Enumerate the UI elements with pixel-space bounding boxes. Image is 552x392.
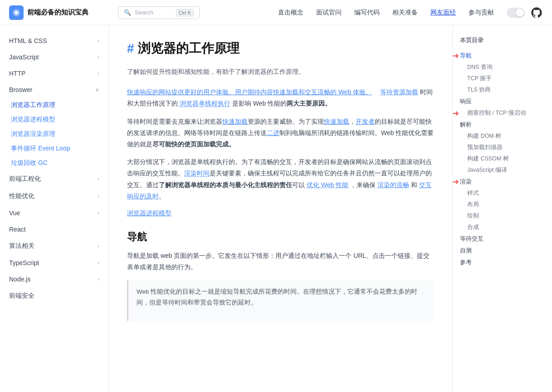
dev-link[interactable]: 开发者 [356,118,375,125]
toc-item-wait-interact[interactable]: 等待交互 [460,233,545,245]
nav-mianshiguanwen[interactable]: 面试官问 [316,9,342,17]
sidebar-sub-gc[interactable]: 垃圾回收 GC [0,156,108,170]
github-icon[interactable] [530,6,543,19]
chevron-right-icon: › [98,276,99,282]
toc-item-preload[interactable]: 预加载扫描器 [460,142,545,153]
nav-cangyu[interactable]: 参与贡献 [469,9,494,17]
blockquote: Web 性能优化的目标之一就是缩短导航完成所花费的时间。在理想情况下，它通常不会… [127,280,434,320]
sidebar-label: 前端安全 [9,292,34,300]
sidebar-label: Node.js [9,276,30,283]
toc-label: 响应 [460,97,472,106]
arrow-icon-2: ➜ [452,108,459,118]
toc-label: 解析 [460,121,472,129]
search-icon: 🔍 [124,9,131,16]
search-label: Search [135,9,172,16]
chevron-right-icon: › [98,38,99,44]
sidebar-label: Vue [9,209,20,217]
toc-item-self-test[interactable]: 自测 [460,245,545,256]
page-title: # 浏览器的工作原理 [127,40,434,57]
toc-label: TLS 协商 [467,86,491,94]
header-icons [507,6,543,19]
browser-process-link[interactable]: 浏览器进程模型 [127,209,434,218]
toc-item-render[interactable]: ➜ 渲染 [460,176,545,188]
sidebar-label: JavaScript [9,53,39,61]
paragraph-3: 大部分情况下，浏览器是单线程执行的。为了有流畅的交互，开发者的目标是确保网站从流… [127,156,434,202]
chevron-right-icon: › [98,243,99,249]
toc-item-navigation[interactable]: ➜ 导航 [460,50,545,62]
chevron-right-icon: › [98,210,99,216]
single-thread-link[interactable]: 浏览器单线程执行 [180,100,230,107]
binary-link[interactable]: 二进 [267,129,279,136]
sidebar-sub-browser-process[interactable]: 浏览器进程模型 [0,112,108,127]
render-time-link[interactable]: 渲染时间 [184,169,210,177]
content-area: # 浏览器的工作原理 了解如何提升性能和感知性能，有助于了解浏览器的工作原理。 … [127,40,434,321]
toc-item-tls[interactable]: TLS 协商 [460,84,545,96]
theme-toggle[interactable] [507,8,525,18]
para1-bold: 两大主要原因。 [287,100,331,107]
sidebar-sub-event-loop[interactable]: 事件循环 Event Loop [0,141,108,156]
toc-item-style[interactable]: 样式 [460,188,545,199]
nav-xiangguan[interactable]: 相关准备 [392,9,418,17]
toc-label: 参考 [460,258,472,266]
toc-label: JavaScript 编译 [467,166,507,174]
toc-item-composite[interactable]: 合成 [460,222,545,233]
smooth-render-link[interactable]: 渲染的流畅 [377,181,409,189]
wait-resource-link[interactable]: 等待资源加载 [380,88,418,96]
sidebar-label: 前端工程化 [9,175,41,183]
toc-item-draw[interactable]: 绘制 [460,210,545,222]
sidebar-item-algorithm[interactable]: 算法相关 › [0,237,108,255]
toc-sidebar: 本页目录 ➜ 导航 DNS 查询 TCP 握手 TLS 协商 响应 ➜ 拥塞控制… [452,25,552,392]
toc-item-cssom[interactable]: 构建 CSSOM 树 [460,153,545,165]
search-bar[interactable]: 🔍 Search Ctrl K [118,6,200,19]
sidebar-item-vue[interactable]: Vue › [0,205,108,221]
chevron-down-icon: ∨ [95,87,99,93]
sidebar-item-performance[interactable]: 性能优化 › [0,188,108,205]
toc-item-congestion[interactable]: ➜ 拥塞控制 / TCP 慢启动 [460,107,545,119]
sidebar-item-html-css[interactable]: HTML & CSS › [0,33,108,49]
chevron-right-icon: › [98,54,99,60]
toc-item-parse[interactable]: 解析 [460,119,545,131]
main-nav: 直击概念 面试官问 编写代码 相关准备 网友面经 参与贡献 [278,9,494,17]
chevron-right-icon: › [98,260,99,266]
sidebar-item-nodejs[interactable]: Node.js › [0,271,108,287]
toc-label: 绘制 [467,212,479,220]
sidebar-item-broswer[interactable]: Broswer ∨ [0,82,108,98]
section2-intro: 导航是加载 web 页面的第一步。它发生在以下情形：用户通过在地址栏输入一个 U… [127,250,434,273]
toc-label: 预加载扫描器 [467,144,503,151]
toc-label: 渲染 [460,178,472,186]
sidebar-item-http[interactable]: HTTP › [0,65,108,82]
fast-load-link[interactable]: 快速加载 [222,118,248,125]
sidebar-item-typescript[interactable]: TypeScript › [0,255,108,271]
chevron-right-icon: › [98,193,99,199]
para1-text3: 是影响 Web 性能的 [232,100,287,107]
toc-item-dns[interactable]: DNS 查询 [460,62,545,73]
toc-item-reference[interactable]: 参考 [460,256,545,268]
fast-response-link[interactable]: 快速响应的网站提供更好的用户体验。用户期待内容快速加载和交互流畅的 Web 体验… [127,88,372,96]
logo-area: 前端必备的知识宝典 [9,5,109,20]
toc-label: 构建 CSSOM 树 [467,155,509,163]
paragraph-2: 等待时间是需要去克服来让浏览器快速加载资源的主要威胁。为了实现快速加载，开发者的… [127,116,434,150]
fast-load-link2[interactable]: 快速加载 [324,118,349,125]
sidebar-item-react[interactable]: React [0,221,108,237]
blockquote-text: Web 性能优化的目标之一就是缩短导航完成所花费的时间。在理想情况下，它通常不会… [137,286,426,308]
sidebar-item-frontend-security[interactable]: 前端安全 [0,287,108,305]
toc-item-dom[interactable]: 构建 DOM 树 [460,131,545,142]
toc-item-tcp[interactable]: TCP 握手 [460,73,545,84]
sidebar-sub-browser-render[interactable]: 浏览器渲染原理 [0,127,108,141]
arrow-icon-1: ➜ [452,51,459,61]
sidebar-sub-browser-work[interactable]: 浏览器工作原理 [0,98,108,112]
optimize-link[interactable]: 优化 Web 性能 [307,181,348,189]
sidebar-label: React [9,226,26,233]
sidebar-item-javascript[interactable]: JavaScript › [0,49,108,65]
sidebar: HTML & CSS › JavaScript › HTTP › Broswer… [0,25,109,392]
nav-biexiedaima[interactable]: 编写代码 [354,9,380,17]
section2-title: 导航 [127,230,434,244]
toc-item-response[interactable]: 响应 [460,96,545,107]
sidebar-item-frontend-engineering[interactable]: 前端工程化 › [0,170,108,188]
toc-item-layout[interactable]: 布局 [460,199,545,210]
nav-wangyoumian[interactable]: 网友面经 [430,9,456,17]
nav-zhijigainian[interactable]: 直击概念 [278,9,303,17]
sidebar-label: 算法相关 [9,242,34,250]
toc-label: 构建 DOM 树 [467,132,501,140]
toc-item-js-compile[interactable]: JavaScript 编译 [460,165,545,176]
